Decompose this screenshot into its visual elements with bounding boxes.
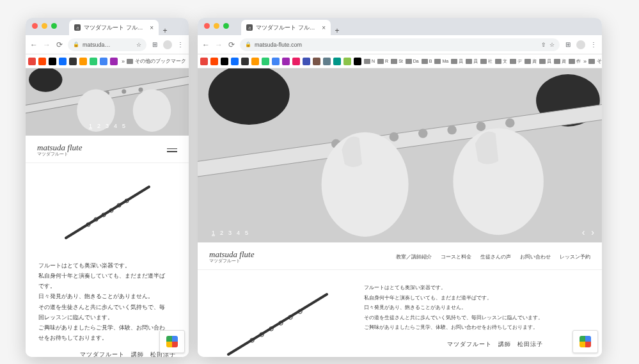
bookmark-folder[interactable]: 員 (451, 58, 463, 65)
page-viewport: 1 2 3 4 5 matsuda flute マツダフルート (26, 68, 189, 357)
bookmark-folder[interactable]: B (422, 59, 432, 64)
new-tab-button[interactable]: + (159, 26, 171, 35)
window-close-button[interactable] (204, 23, 210, 29)
hero-image: 1 2 3 4 5 ‹ › (198, 68, 602, 242)
bookmark-item[interactable] (28, 58, 36, 65)
forward-button[interactable]: → (214, 40, 223, 49)
bookmark-folder[interactable]: 資 (525, 58, 537, 65)
browser-window-mobile: ♫ マツダフルート フルート教室 習志 × + ← → ⟳ 🔒 matsuda…… (26, 18, 189, 357)
hamburger-menu-icon[interactable] (167, 148, 177, 152)
nav-about[interactable]: 教室／講師紹介 (396, 253, 432, 260)
bookmark-item[interactable] (313, 58, 320, 65)
forward-button[interactable]: → (42, 40, 51, 49)
other-bookmarks[interactable]: » その他のブックマーク (122, 58, 186, 65)
carousel-next-icon[interactable]: › (591, 227, 594, 237)
extensions-icon[interactable]: ⊞ (150, 40, 159, 49)
flute-illustration (217, 283, 345, 357)
bookmark-folder[interactable]: Da (406, 59, 419, 64)
bookmark-item[interactable] (303, 58, 310, 65)
bookmark-item[interactable] (333, 58, 341, 65)
star-icon[interactable]: ☆ (549, 42, 555, 48)
pager-3[interactable]: 3 (106, 123, 109, 129)
extensions-icon[interactable]: ⊞ (564, 40, 572, 49)
window-maximize-button[interactable] (223, 23, 229, 29)
recaptcha-badge[interactable] (572, 330, 598, 353)
menu-icon[interactable]: ⋮ (176, 40, 185, 49)
bookmark-item[interactable] (221, 58, 228, 65)
window-close-button[interactable] (32, 23, 38, 29)
back-button[interactable]: ← (201, 40, 210, 49)
bookmark-folder[interactable]: 社 (480, 58, 493, 65)
pager-2[interactable]: 2 (97, 123, 100, 129)
pager-2[interactable]: 2 (220, 230, 223, 236)
pager-5[interactable]: 5 (122, 123, 125, 129)
nav-pricing[interactable]: コースと料金 (441, 253, 471, 260)
bookmark-item[interactable] (79, 58, 87, 65)
address-bar[interactable]: 🔒 matsuda-flute.com ⇧ ☆ (240, 38, 560, 51)
bookmark-folder[interactable]: Ma (434, 59, 448, 64)
bookmark-item[interactable] (251, 58, 259, 65)
bookmark-folder[interactable]: N (364, 59, 375, 64)
bookmark-item[interactable] (90, 58, 97, 65)
bookmark-item[interactable] (59, 58, 67, 65)
back-button[interactable]: ← (29, 40, 38, 49)
tab-close-icon[interactable]: × (150, 24, 154, 31)
bookmark-folder[interactable]: デ (510, 58, 522, 65)
bookmark-item[interactable] (262, 58, 269, 65)
bookmark-item[interactable] (110, 58, 118, 65)
pager-4[interactable]: 4 (114, 123, 117, 129)
share-icon[interactable]: ⇧ (541, 42, 546, 48)
site-logo[interactable]: matsuda flute マツダフルート (37, 143, 82, 157)
bookmark-item[interactable] (210, 58, 218, 65)
profile-avatar[interactable] (576, 40, 585, 49)
bookmark-folder[interactable]: 員 (539, 58, 551, 65)
new-tab-button[interactable]: + (331, 26, 343, 35)
pager-4[interactable]: 4 (237, 230, 240, 236)
tab-close-icon[interactable]: × (322, 24, 326, 31)
bookmark-folder[interactable]: 文 (495, 58, 507, 65)
profile-avatar[interactable] (163, 40, 172, 49)
nav-voices[interactable]: 生徒さんの声 (480, 253, 511, 260)
carousel-prev-icon[interactable]: ‹ (582, 227, 585, 237)
star-icon[interactable]: ☆ (136, 42, 141, 48)
pager-3[interactable]: 3 (228, 230, 232, 236)
recaptcha-badge[interactable] (159, 330, 185, 353)
menu-icon[interactable]: ⋮ (589, 40, 598, 49)
svg-point-25 (477, 122, 486, 131)
pager-1[interactable]: 1 (212, 230, 215, 236)
bookmark-item[interactable] (38, 58, 46, 65)
bookmark-item[interactable] (272, 58, 280, 65)
address-bar[interactable]: 🔒 matsuda… ☆ (68, 38, 146, 51)
bookmark-item[interactable] (69, 58, 77, 65)
nav-reserve[interactable]: レッスン予約 (560, 253, 590, 260)
bookmark-folder[interactable]: 作 (569, 58, 581, 65)
tab-strip: ♫ マツダフルート フルート教室 習志 × + (198, 18, 602, 35)
bookmark-item[interactable] (354, 58, 361, 65)
browser-tab-active[interactable]: ♫ マツダフルート フルート教室 習志 × (69, 20, 159, 35)
bookmark-item[interactable] (292, 58, 300, 65)
bookmark-folder[interactable]: 資 (554, 58, 566, 65)
pager-1[interactable]: 1 (89, 123, 92, 129)
bookmark-item[interactable] (200, 58, 208, 65)
bookmark-folder[interactable]: St (391, 59, 403, 64)
reload-button[interactable]: ⟳ (227, 40, 236, 49)
bookmark-folder[interactable]: 員 (466, 58, 478, 65)
reload-button[interactable]: ⟳ (55, 40, 64, 49)
bookmark-folder[interactable]: R (377, 59, 388, 64)
pager-5[interactable]: 5 (245, 230, 248, 236)
browser-tab-active[interactable]: ♫ マツダフルート フルート教室 習志 × (241, 20, 331, 35)
other-bookmarks[interactable]: » その他のブックマーク (583, 58, 602, 65)
site-logo[interactable]: matsuda flute マツダフルート (209, 250, 254, 264)
nav-contact[interactable]: お問い合わせ (520, 253, 551, 260)
bookmark-item[interactable] (323, 58, 331, 65)
lock-icon: 🔒 (73, 42, 79, 47)
window-minimize-button[interactable] (42, 23, 47, 29)
bookmark-item[interactable] (282, 58, 290, 65)
window-minimize-button[interactable] (214, 23, 219, 29)
bookmark-item[interactable] (49, 58, 56, 65)
window-maximize-button[interactable] (51, 23, 57, 29)
bookmark-item[interactable] (343, 58, 351, 65)
bookmark-item[interactable] (231, 58, 239, 65)
bookmark-item[interactable] (100, 58, 107, 65)
bookmark-item[interactable] (241, 58, 249, 65)
